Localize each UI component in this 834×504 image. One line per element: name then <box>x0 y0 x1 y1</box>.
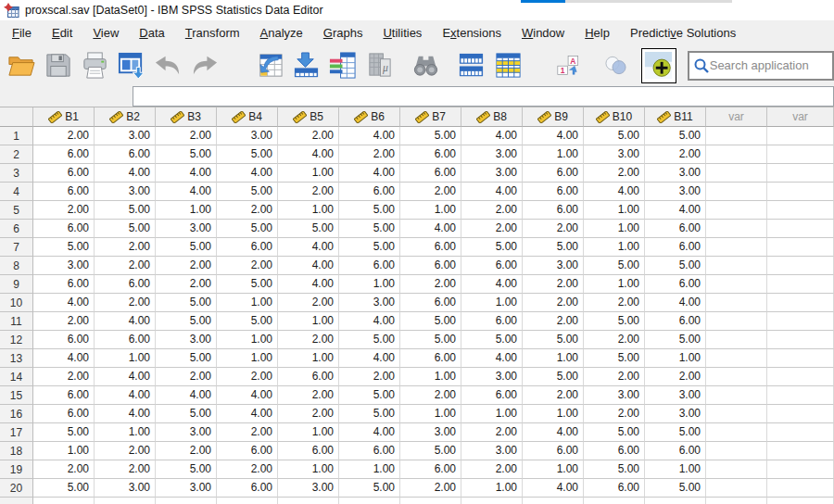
cell-B7-row7[interactable]: 6.00 <box>400 238 461 257</box>
variables-button[interactable] <box>327 49 359 82</box>
menu-view[interactable]: View <box>82 22 129 44</box>
cell-B11-row5[interactable]: 4.00 <box>645 201 706 220</box>
cell-B2-row6[interactable]: 5.00 <box>95 220 156 238</box>
column-header-B4[interactable]: B4 <box>217 107 278 127</box>
cell-B4-row10[interactable]: 1.00 <box>217 294 278 312</box>
cell-var1-row11[interactable] <box>706 312 767 331</box>
cell-B11-row19[interactable]: 1.00 <box>645 460 706 479</box>
row-header-6[interactable]: 6 <box>0 220 33 238</box>
cell-var1-row5[interactable] <box>706 201 767 220</box>
cell-B3-row6[interactable]: 3.00 <box>156 220 217 238</box>
cell-B2-row5[interactable]: 5.00 <box>95 201 156 220</box>
cell-var2-row14[interactable] <box>767 368 834 386</box>
cell-B11-row3[interactable]: 3.00 <box>645 164 706 183</box>
cell-B7-row20[interactable]: 2.00 <box>400 479 461 498</box>
cell-B1-row7[interactable]: 5.00 <box>33 238 95 257</box>
cell-B4-row3[interactable]: 4.00 <box>217 164 278 183</box>
column-header-B1[interactable]: B1 <box>33 107 95 127</box>
cell-B5-row7[interactable]: 4.00 <box>278 238 339 257</box>
cell-B9-row15[interactable]: 2.00 <box>523 386 584 405</box>
search-input[interactable] <box>710 58 828 72</box>
cell-B7-row11[interactable]: 5.00 <box>400 312 461 331</box>
menu-predictive-solutions[interactable]: Predictive Solutions <box>620 22 746 44</box>
cell-B7-row3[interactable]: 6.00 <box>400 164 461 183</box>
row-header-1[interactable]: 1 <box>0 127 33 145</box>
row-header-11[interactable]: 11 <box>0 312 33 331</box>
cell-B10-row4[interactable]: 4.00 <box>584 183 645 201</box>
cell-B4-row8[interactable]: 2.00 <box>217 257 278 275</box>
cell-B2-row12[interactable]: 6.00 <box>95 331 156 349</box>
cell-var2-row9[interactable] <box>767 275 834 294</box>
undo-button[interactable] <box>153 49 184 82</box>
cell-B3-row12[interactable]: 3.00 <box>156 331 217 349</box>
cell-B10-row15[interactable]: 3.00 <box>584 386 645 405</box>
cell-B4-row11[interactable]: 5.00 <box>217 312 278 331</box>
cell-B6-row12[interactable]: 5.00 <box>339 331 400 349</box>
customize-toolbar-button[interactable] <box>641 48 676 83</box>
print-button[interactable] <box>79 49 110 82</box>
cell-B2-row14[interactable]: 4.00 <box>95 368 156 386</box>
cell-B5-row12[interactable]: 2.00 <box>278 331 339 349</box>
row-header-8[interactable]: 8 <box>0 257 33 275</box>
cell-B6-row7[interactable]: 5.00 <box>339 238 400 257</box>
menu-analyze[interactable]: Analyze <box>250 22 313 44</box>
menu-utilities[interactable]: Utilities <box>373 22 432 44</box>
cell-B3-row9[interactable]: 2.00 <box>156 275 217 294</box>
cell-B10-row10[interactable]: 2.00 <box>584 294 645 312</box>
row-header-4[interactable]: 4 <box>0 183 33 201</box>
cell-var1-row20[interactable] <box>706 479 767 498</box>
cell-B3-row11[interactable]: 5.00 <box>156 312 217 331</box>
cell-B11-row6[interactable]: 6.00 <box>645 220 706 238</box>
cell-B6-row20[interactable]: 5.00 <box>339 479 400 498</box>
cell-var1-row8[interactable] <box>706 257 767 275</box>
cell-var1-row17[interactable] <box>706 423 767 442</box>
cell-B7-row8[interactable]: 6.00 <box>400 257 461 275</box>
cell-B8-row9[interactable]: 4.00 <box>461 275 523 294</box>
cell-B6-row17[interactable]: 4.00 <box>339 423 400 442</box>
cell-var1-row10[interactable] <box>706 294 767 312</box>
cell-B5-row8[interactable]: 4.00 <box>278 257 339 275</box>
cell-B7-row4[interactable]: 2.00 <box>400 183 461 201</box>
cell-var2-row19[interactable] <box>767 460 834 479</box>
cell-B10-row7[interactable]: 1.00 <box>584 238 645 257</box>
cell-var1-row16[interactable] <box>706 405 767 423</box>
cell-B2-row15[interactable]: 4.00 <box>95 386 156 405</box>
cell-B6-row2[interactable]: 2.00 <box>339 145 400 164</box>
cell-var2-row13[interactable] <box>767 349 834 368</box>
cell-B9-row16[interactable]: 1.00 <box>523 405 584 423</box>
cell-B11-row20[interactable]: 5.00 <box>645 479 706 498</box>
cell-B2-row17[interactable]: 1.00 <box>95 423 156 442</box>
cell-B3-row18[interactable]: 2.00 <box>156 442 217 460</box>
column-header-B10[interactable]: B10 <box>584 107 645 127</box>
cell-B4-row15[interactable]: 4.00 <box>217 386 278 405</box>
cell-B8-row1[interactable]: 4.00 <box>461 127 523 145</box>
cell-var1-row19[interactable] <box>706 460 767 479</box>
cell-B2-row18[interactable]: 2.00 <box>95 442 156 460</box>
column-header-var-2[interactable]: var <box>767 107 834 127</box>
cell-var2-row18[interactable] <box>767 442 834 460</box>
cell-B10-row5[interactable]: 1.00 <box>584 201 645 220</box>
cell-B2-row4[interactable]: 3.00 <box>95 183 156 201</box>
row-header-17[interactable]: 17 <box>0 423 33 442</box>
cell-B9-row10[interactable]: 2.00 <box>523 294 584 312</box>
open-data-button[interactable] <box>6 49 37 82</box>
cell-B1-row18[interactable]: 1.00 <box>33 442 95 460</box>
row-header-18[interactable]: 18 <box>0 442 33 460</box>
cell-B8-row13[interactable]: 4.00 <box>461 349 523 368</box>
cell-B7-row10[interactable]: 6.00 <box>400 294 461 312</box>
cell-var1-row13[interactable] <box>706 349 767 368</box>
descriptive-statistics-button[interactable]: μ <box>364 49 396 82</box>
cell-var1-row18[interactable] <box>706 442 767 460</box>
cell-B8-row19[interactable]: 2.00 <box>461 460 523 479</box>
cell-B9-row2[interactable]: 1.00 <box>523 145 584 164</box>
column-header-B2[interactable]: B2 <box>95 107 156 127</box>
cell-var1-row15[interactable] <box>706 386 767 405</box>
cell-B5-row11[interactable]: 1.00 <box>278 312 339 331</box>
cell-B1-row14[interactable]: 2.00 <box>33 368 95 386</box>
cell-B6-row11[interactable]: 4.00 <box>339 312 400 331</box>
cell-B5-row6[interactable]: 5.00 <box>278 220 339 238</box>
cell-B1-row15[interactable]: 6.00 <box>33 386 95 405</box>
cell-B5-row10[interactable]: 2.00 <box>278 294 339 312</box>
cell-B1-row5[interactable]: 2.00 <box>33 201 95 220</box>
cell-B7-row9[interactable]: 2.00 <box>400 275 461 294</box>
